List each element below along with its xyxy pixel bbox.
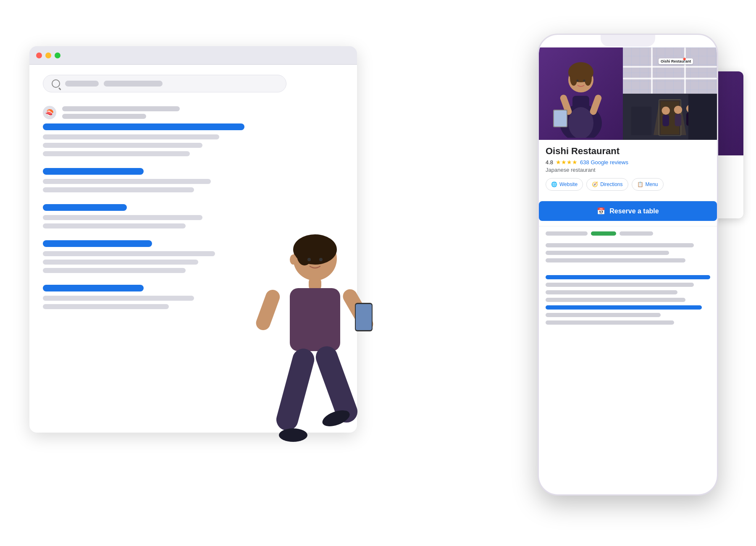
- result-text-4a: [43, 251, 215, 256]
- phone-info-section: Oishi Restaurant 4.8 ★★★★ 638 Google rev…: [539, 140, 717, 201]
- minimize-button[interactable]: [45, 52, 51, 58]
- phone-details-section: [539, 226, 717, 271]
- result-text-4c: [43, 268, 186, 273]
- phone-bottom-bars: [539, 271, 717, 332]
- scene: 🍣: [21, 21, 735, 525]
- svg-point-15: [568, 107, 593, 138]
- detail-bar-open-status: [591, 231, 616, 236]
- search-result-4: [43, 240, 344, 273]
- phone-menu-icon: 📋: [637, 181, 643, 187]
- search-icon: [52, 79, 60, 88]
- phone-stars: ★★★★: [556, 159, 578, 165]
- search-result-3: [43, 204, 344, 228]
- result-title-bar-1: [62, 106, 180, 111]
- map-restaurant-label: Oishi Restaurant: [659, 58, 693, 64]
- result-link-5[interactable]: [43, 285, 144, 291]
- map-pin-icon: 📍: [681, 58, 688, 63]
- detail-bar-5: [546, 251, 669, 255]
- svg-rect-23: [589, 94, 602, 116]
- calendar-icon: 📅: [597, 207, 605, 215]
- result-text-1b: [43, 143, 202, 148]
- bottom-accent-bar-1: [546, 275, 710, 279]
- detail-bar-3: [620, 231, 653, 236]
- result-link-4[interactable]: [43, 240, 152, 247]
- svg-rect-37: [688, 94, 717, 139]
- restaurant-scene-illustration: [623, 94, 717, 140]
- phone-main-image: [539, 47, 623, 140]
- svg-point-30: [662, 107, 670, 115]
- result-text-3a: [43, 215, 202, 220]
- phone-rating-row: 4.8 ★★★★ 638 Google reviews: [546, 159, 710, 165]
- result-subtitle-bar-1: [62, 114, 146, 119]
- bottom-bar-3: [546, 290, 677, 294]
- desktop-browser: 🍣: [29, 46, 357, 433]
- result-text-1c: [43, 151, 190, 156]
- result-link-1[interactable]: [43, 123, 244, 130]
- phone-images-section: Oishi Restaurant 📍: [539, 47, 717, 140]
- result-text-4b: [43, 260, 198, 265]
- phone-reviews-text: 638 Google reviews: [580, 159, 628, 165]
- phone-directions-button[interactable]: 🧭 Directions: [586, 178, 628, 191]
- result-link-3[interactable]: [43, 204, 127, 211]
- phone-directions-icon: 🧭: [592, 181, 598, 187]
- search-result-1: 🍣: [43, 106, 344, 156]
- maximize-button[interactable]: [55, 52, 60, 58]
- phone-notch: [601, 35, 655, 47]
- svg-point-18: [570, 71, 578, 86]
- phone-menu-button[interactable]: 📋 Menu: [632, 178, 664, 191]
- browser-content: 🍣: [29, 65, 357, 433]
- phone-side-images: Oishi Restaurant 📍: [623, 47, 717, 140]
- result-text-2b: [43, 187, 194, 192]
- svg-rect-31: [662, 115, 669, 126]
- phone-map-image: Oishi Restaurant 📍: [623, 47, 717, 94]
- phone-globe-icon: 🌐: [551, 181, 557, 187]
- result-text-2a: [43, 179, 211, 184]
- svg-rect-49: [356, 304, 372, 330]
- svg-rect-48: [355, 303, 373, 331]
- result-text-5b: [43, 304, 169, 309]
- bottom-bar-4: [546, 298, 685, 302]
- close-button[interactable]: [36, 52, 42, 58]
- phone-category: Japanese restaurant: [546, 167, 710, 173]
- detail-bar-4: [546, 243, 694, 247]
- bottom-bar-2: [546, 283, 694, 287]
- detail-bar-6: [546, 258, 685, 262]
- reserve-section: 📅 Reserve a table: [539, 201, 717, 226]
- svg-point-32: [674, 106, 682, 114]
- phone-restaurant-name: Oishi Restaurant: [546, 146, 710, 157]
- phone-screen: Oishi Restaurant 📍: [539, 35, 717, 494]
- browser-titlebar: [29, 46, 357, 65]
- phone-website-button[interactable]: 🌐 Website: [546, 178, 583, 191]
- result-link-2[interactable]: [43, 168, 144, 175]
- search-result-5: [43, 285, 344, 309]
- phone-knowledge-panel: Oishi Restaurant 📍: [539, 47, 717, 494]
- phone-rating-number: 4.8: [546, 159, 553, 165]
- search-term-2: [104, 81, 163, 87]
- phone-waitress-illustration: [547, 50, 614, 138]
- sushi-icon: 🍣: [45, 109, 54, 117]
- detail-bar-1: [546, 231, 588, 236]
- bottom-bar-6: [546, 313, 661, 317]
- result-text-3b: [43, 223, 186, 228]
- svg-point-20: [577, 80, 579, 82]
- svg-rect-33: [675, 114, 682, 126]
- phone-scene-image: [623, 94, 717, 140]
- search-result-2: [43, 168, 344, 192]
- bottom-bar-7: [546, 320, 674, 325]
- result-text-5a: [43, 296, 194, 301]
- svg-rect-25: [554, 110, 567, 126]
- svg-point-19: [584, 71, 592, 86]
- search-term-1: [65, 81, 99, 87]
- svg-point-21: [583, 80, 585, 82]
- phone-reserve-button[interactable]: 📅 Reserve a table: [539, 201, 717, 221]
- svg-rect-36: [631, 107, 651, 135]
- result-favicon-1: 🍣: [43, 106, 56, 119]
- phone-action-buttons: 🌐 Website 🧭 Directions 📋 Menu: [546, 178, 710, 191]
- search-bar[interactable]: [43, 75, 286, 92]
- bottom-accent-bar-2: [546, 305, 702, 310]
- phone-mockup: Oishi Restaurant 📍: [538, 34, 718, 496]
- result-text-1a: [43, 134, 219, 139]
